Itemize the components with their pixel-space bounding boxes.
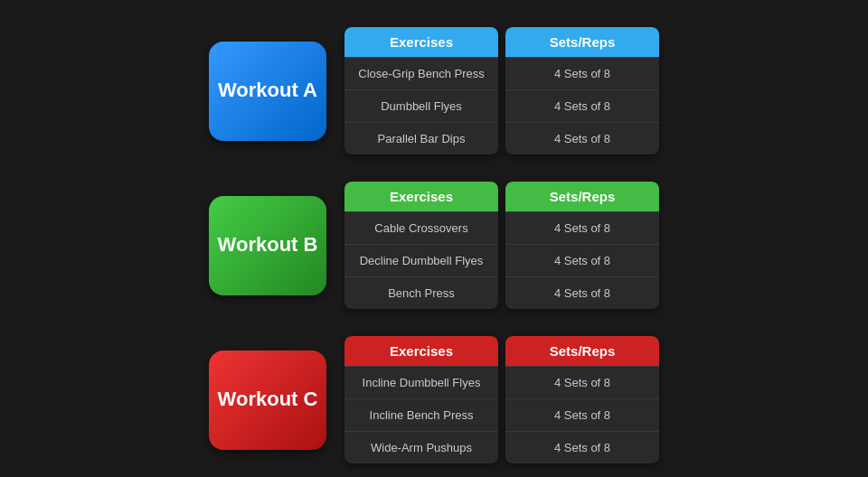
- exercise-cell-B-0: Cable Crossovers: [344, 211, 498, 244]
- rep-cell-A-1: 4 Sets of 8: [505, 89, 659, 122]
- rep-cell-C-1: 4 Sets of 8: [505, 398, 659, 431]
- table-group-B: ExercisesCable CrossoversDecline Dumbbel…: [344, 182, 659, 309]
- exercises-header-C: Exercises: [344, 336, 498, 366]
- exercise-cell-A-0: Close-Grip Bench Press: [344, 57, 498, 89]
- reps-panel-C: Sets/Reps4 Sets of 84 Sets of 84 Sets of…: [505, 336, 659, 463]
- exercises-header-B: Exercises: [344, 182, 498, 211]
- exercise-cell-C-0: Incline Dumbbell Flyes: [344, 366, 498, 398]
- reps-panel-A: Sets/Reps4 Sets of 84 Sets of 84 Sets of…: [505, 27, 659, 154]
- exercise-cell-C-2: Wide-Arm Pushups: [344, 431, 498, 463]
- workout-row-C: Workout CExercisesIncline Dumbbell Flyes…: [209, 336, 659, 463]
- exercise-cell-A-2: Parallel Bar Dips: [344, 122, 498, 154]
- table-group-A: ExercisesClose-Grip Bench PressDumbbell …: [344, 27, 659, 154]
- reps-header-C: Sets/Reps: [505, 336, 659, 366]
- exercise-cell-A-1: Dumbbell Flyes: [344, 89, 498, 122]
- exercise-cell-C-1: Incline Bench Press: [344, 398, 498, 431]
- table-group-C: ExercisesIncline Dumbbell FlyesIncline B…: [344, 336, 659, 463]
- exercise-cell-B-2: Bench Press: [344, 276, 498, 309]
- rep-cell-C-2: 4 Sets of 8: [505, 431, 659, 463]
- exercises-header-A: Exercises: [344, 27, 498, 57]
- workout-badge-A[interactable]: Workout A: [209, 42, 326, 141]
- exercises-panel-B: ExercisesCable CrossoversDecline Dumbbel…: [344, 182, 498, 309]
- rep-cell-A-0: 4 Sets of 8: [505, 57, 659, 89]
- rep-cell-A-2: 4 Sets of 8: [505, 122, 659, 154]
- reps-panel-B: Sets/Reps4 Sets of 84 Sets of 84 Sets of…: [505, 182, 659, 309]
- reps-header-A: Sets/Reps: [505, 27, 659, 57]
- rep-cell-B-0: 4 Sets of 8: [505, 211, 659, 244]
- rep-cell-B-2: 4 Sets of 8: [505, 276, 659, 309]
- exercise-cell-B-1: Decline Dumbbell Flyes: [344, 244, 498, 276]
- workout-row-B: Workout BExercisesCable CrossoversDeclin…: [209, 182, 659, 309]
- rep-cell-C-0: 4 Sets of 8: [505, 366, 659, 398]
- rep-cell-B-1: 4 Sets of 8: [505, 244, 659, 276]
- reps-header-B: Sets/Reps: [505, 182, 659, 211]
- exercises-panel-C: ExercisesIncline Dumbbell FlyesIncline B…: [344, 336, 498, 463]
- workout-badge-C[interactable]: Workout C: [209, 351, 326, 450]
- workout-badge-B[interactable]: Workout B: [209, 196, 326, 295]
- main-container: Workout AExercisesClose-Grip Bench Press…: [18, 18, 850, 463]
- workout-row-A: Workout AExercisesClose-Grip Bench Press…: [209, 27, 659, 154]
- exercises-panel-A: ExercisesClose-Grip Bench PressDumbbell …: [344, 27, 498, 154]
